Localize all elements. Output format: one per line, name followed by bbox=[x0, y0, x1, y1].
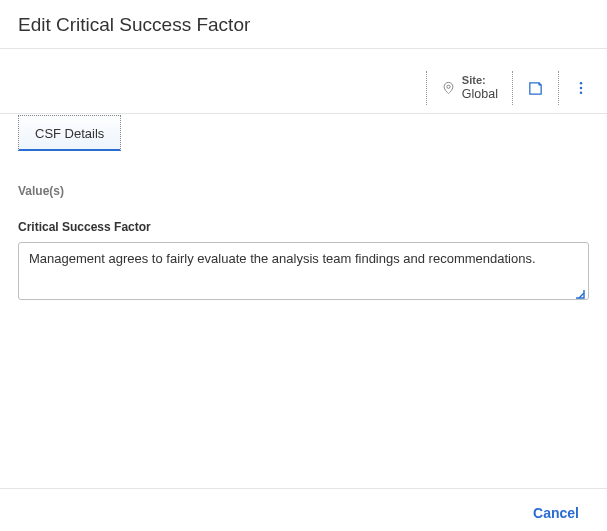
form-area: Value(s) Critical Success Factor bbox=[0, 150, 607, 303]
page-title: Edit Critical Success Factor bbox=[18, 14, 589, 36]
site-label: Site: bbox=[462, 74, 498, 87]
location-pin-icon bbox=[441, 79, 456, 97]
more-cell bbox=[558, 71, 589, 105]
svg-point-0 bbox=[447, 85, 450, 88]
site-cell: Site: Global bbox=[426, 71, 512, 105]
csf-field-wrap bbox=[18, 242, 589, 303]
cancel-button[interactable]: Cancel bbox=[527, 501, 585, 525]
site-value: Global bbox=[462, 87, 498, 102]
svg-point-1 bbox=[580, 82, 583, 85]
section-header-values: Value(s) bbox=[18, 184, 589, 198]
save-icon[interactable] bbox=[527, 80, 544, 97]
svg-point-2 bbox=[580, 87, 583, 90]
csf-field-label: Critical Success Factor bbox=[18, 220, 589, 234]
footer-bar: Cancel bbox=[0, 488, 607, 525]
tab-csf-details[interactable]: CSF Details bbox=[18, 115, 121, 151]
svg-point-3 bbox=[580, 91, 583, 94]
csf-textarea[interactable] bbox=[18, 242, 589, 300]
more-vertical-icon[interactable] bbox=[573, 80, 589, 96]
title-bar: Edit Critical Success Factor bbox=[0, 0, 607, 49]
dialog-root: Edit Critical Success Factor Site: Globa… bbox=[0, 0, 607, 531]
tabs: CSF Details bbox=[0, 114, 607, 150]
save-cell bbox=[512, 71, 558, 105]
context-bar: Site: Global bbox=[0, 49, 607, 114]
site-block: Site: Global bbox=[462, 74, 498, 102]
